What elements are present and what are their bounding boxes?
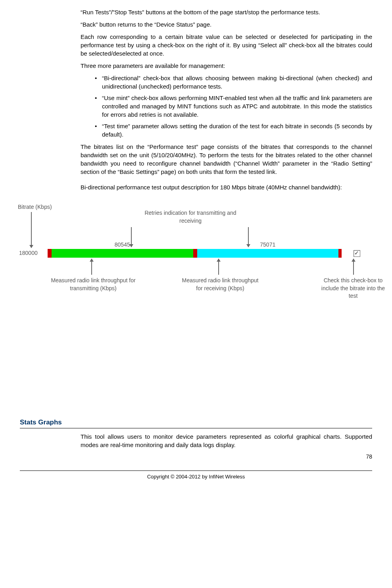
arrow-icon: [353, 259, 354, 275]
include-bitrate-checkbox[interactable]: [354, 250, 360, 257]
paragraph: Each row corresponding to a certain bitr…: [81, 33, 372, 58]
section-heading: Stats Graphs: [20, 418, 372, 428]
page-number: 78: [20, 453, 372, 461]
rx-caption: Measured radio link throughput for recei…: [179, 277, 262, 292]
bitrate-value: 180000: [19, 249, 38, 257]
paragraph: This tool allows users to monitor device…: [81, 432, 372, 449]
bitrate-label: Bitrate (Kbps): [18, 203, 52, 211]
retry-tx-segment: [48, 249, 52, 258]
rx-value: 75071: [197, 241, 339, 249]
progress-bar-row: 80545 75071: [48, 249, 360, 258]
retries-label: Retries indication for transmitting and …: [139, 209, 242, 225]
retry-end-segment: [338, 249, 342, 258]
retry-rx-segment: [193, 249, 197, 258]
rx-throughput-segment: 75071: [197, 249, 339, 258]
paragraph: “Back” button returns to the “Device Sta…: [81, 20, 372, 29]
arrow-icon: [31, 212, 32, 248]
tx-caption: Measured radio link throughput for trans…: [48, 277, 139, 292]
paragraph: Three more parameters are available for …: [81, 62, 372, 70]
bullet-item: “Test time” parameter allows setting the…: [95, 122, 372, 139]
bullet-item: “Use mint” check-box allows performing M…: [95, 94, 372, 119]
arrow-icon: [91, 259, 92, 275]
paragraph: “Run Tests”/”Stop Tests” buttons at the …: [81, 8, 372, 16]
paragraph: Bi-directional performance test output d…: [81, 183, 372, 191]
arrow-icon: [218, 259, 219, 275]
checkbox-caption: Check this check-box to include the bitr…: [317, 277, 389, 300]
performance-diagram: Bitrate (Kbps) 180000 Retries indication…: [20, 203, 372, 326]
footer-copyright: Copyright © 2004-2012 by InfiNet Wireles…: [20, 470, 372, 480]
paragraph: The bitrates list on the “Performance te…: [81, 143, 372, 176]
tx-throughput-segment: 80545: [52, 249, 193, 258]
bullet-item: “Bi-directional” check-box that allows c…: [95, 74, 372, 91]
tx-value: 80545: [52, 241, 193, 249]
